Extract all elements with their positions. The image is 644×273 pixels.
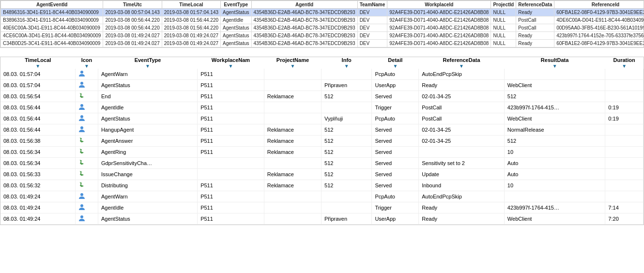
raw-col-header-eventtype: EventType [221, 1, 251, 9]
filter-cell-workplacename[interactable]: ▼ [198, 63, 264, 69]
filter-cell-icon[interactable]: ▼ [76, 63, 98, 69]
filter-icon-workplacename[interactable]: ▼ [229, 63, 233, 69]
filter-icon-eventtype[interactable]: ▼ [145, 63, 150, 69]
raw-cell-r2-c6: 92A4FE39-D071-4040-A8DC-E21426AD8B08 [387, 24, 491, 32]
cell-resultdata-r8: Auto [504, 158, 605, 169]
cell-eventtype-r9: IssueChange [98, 169, 197, 180]
main-col-header-detail: Detail [372, 57, 419, 63]
cell-duration-r7 [605, 147, 644, 158]
filter-cell-timelocal[interactable]: ▼ [0, 63, 76, 69]
cell-icon-r13 [76, 213, 98, 225]
cell-duration-r3: 0:19 [605, 102, 644, 113]
raw-cell-r4-c1: 2019-03-08 01:49:24.027 [103, 40, 162, 47]
phone-icon [78, 94, 85, 100]
cell-duration-r10 [605, 180, 644, 191]
cell-detail-r13: UserApp [372, 213, 419, 225]
cell-icon-r1 [76, 80, 98, 91]
cell-duration-r11 [605, 191, 644, 202]
cell-projectname-r11 [264, 191, 321, 202]
cell-eventtype-r6: AgentAnswer [98, 136, 197, 147]
filter-icon-duration[interactable]: ▼ [622, 63, 627, 69]
phone-icon [78, 150, 85, 156]
raw-col-header-timeutc: TimeUtc [103, 1, 162, 9]
filter-cell-eventtype[interactable]: ▼ [98, 63, 197, 69]
filter-icon-info[interactable]: ▼ [344, 63, 349, 69]
cell-workplacename-r0: P511 [198, 69, 264, 80]
raw-cell-r2-c1: 2019-03-08 00:56:44.220 [103, 24, 162, 32]
svg-point-2 [80, 104, 83, 107]
cell-eventtype-r12: AgentIdle [98, 202, 197, 213]
cell-referencedata-r0: AutoEndPcpSkip [419, 69, 505, 80]
raw-cell-r0-c7: NULL [491, 9, 516, 16]
cell-timelocal-r0: 08.03. 01:57:04 [0, 69, 76, 80]
filter-cell-referencedata[interactable]: ▼ [419, 63, 505, 69]
raw-cell-r4-c5: DEV [357, 40, 387, 47]
cell-timelocal-r3: 08.03. 01:56:44 [0, 102, 76, 113]
cell-projectname-r1 [264, 80, 321, 91]
filter-icon-timelocal[interactable]: ▼ [35, 63, 40, 69]
cell-detail-r10: Served [372, 180, 419, 191]
filter-icon-projectname[interactable]: ▼ [290, 63, 295, 69]
filter-icon-resultdata[interactable]: ▼ [552, 63, 557, 69]
cell-referencedata-r10: Inbound [419, 180, 505, 191]
cell-icon-r3 [76, 102, 98, 113]
cell-resultdata-r7: 10 [504, 147, 605, 158]
raw-cell-r1-c0: B3896316-3D41-E911-8C44-40B034090009 [1, 16, 103, 24]
cell-duration-r6 [605, 136, 644, 147]
filter-icon-detail[interactable]: ▼ [393, 63, 398, 69]
raw-col-header-agentid: AgentId [251, 1, 357, 9]
cell-duration-r12: 7:14 [605, 202, 644, 213]
table-row: 08.03. 01:56:33 IssueChangeReklamace512S… [0, 169, 644, 180]
cell-projectname-r5: Reklamace [264, 124, 321, 136]
main-table: TimeLocalIconEventTypeWorkplaceNamProjec… [0, 57, 644, 225]
cell-info-r5: 512 [322, 124, 372, 136]
cell-resultdata-r1: WebClient [504, 80, 605, 91]
cell-info-r4: Vyplňuji [322, 113, 372, 124]
raw-cell-r2-c0: 40E6C00A-3D41-E911-8C44-40B034090009 [1, 24, 103, 32]
cell-referencedata-r7 [419, 147, 505, 158]
main-col-header-timelocal: TimeLocal [0, 57, 76, 63]
raw-cell-r0-c6: 92A4FE39-D071-4040-A8DC-E21426AD8B08 [387, 9, 491, 16]
cell-workplacename-r6: P511 [198, 136, 264, 147]
cell-referencedata-r11: AutoEndPcpSkip [419, 191, 505, 202]
cell-resultdata-r9: Auto [504, 169, 605, 180]
main-table-body: 08.03. 01:57:04 AgentWarnP511PcpAutoAuto… [0, 69, 644, 225]
filter-icon-icon[interactable]: ▼ [84, 63, 89, 69]
raw-cell-r3-c2: 2019-03-08 01:49:24.027 [162, 32, 220, 40]
cell-timelocal-r8: 08.03. 01:56:34 [0, 158, 76, 169]
cell-referencedata-r2: 02-01-34-25 [419, 91, 505, 102]
filter-cell-info[interactable]: ▼ [322, 63, 372, 69]
filter-icon-referencedata[interactable]: ▼ [459, 63, 464, 69]
raw-cell-r3-c8: Ready [516, 32, 554, 40]
cell-resultdata-r11 [504, 191, 605, 202]
main-header-row: TimeLocalIconEventTypeWorkplaceNamProjec… [0, 57, 644, 63]
main-col-header-info: Info [322, 57, 372, 63]
raw-cell-r0-c4: 4354B36D-E2AB-46AD-BC78-347EDCD9B293 [251, 9, 357, 16]
raw-cell-r3-c7: NULL [491, 32, 516, 40]
cell-workplacename-r13: P511 [198, 213, 264, 225]
filter-cell-resultdata[interactable]: ▼ [504, 63, 605, 69]
main-col-header-workplacename: WorkplaceNam [198, 57, 264, 63]
raw-cell-r4-c3: AgentStatus [221, 40, 251, 47]
raw-table-row: B3896316-3D41-E911-8C44-40B0340900092019… [1, 16, 644, 24]
raw-cell-r1-c3: AgentIdle [221, 16, 251, 24]
cell-duration-r9 [605, 169, 644, 180]
cell-timelocal-r10: 08.03. 01:56:32 [0, 180, 76, 191]
raw-cell-r3-c3: AgentStatus [221, 32, 251, 40]
raw-col-header-teamname: TeamName [357, 1, 387, 9]
agent-icon [78, 206, 85, 212]
cell-timelocal-r5: 08.03. 01:56:44 [0, 124, 76, 136]
filter-cell-projectname[interactable]: ▼ [264, 63, 321, 69]
cell-icon-r11 [76, 191, 98, 202]
cell-icon-r7 [76, 147, 98, 158]
filter-cell-detail[interactable]: ▼ [372, 63, 419, 69]
raw-cell-r1-c5: DEV [357, 16, 387, 24]
cell-icon-r2 [76, 91, 98, 102]
raw-table-row: C34B0D25-3C41-E911-8C44-40B0340900092019… [1, 40, 644, 47]
raw-cell-r4-c7: NULL [491, 40, 516, 47]
raw-cell-r4-c9: 60FBA1E2-08F0-4129-97B3-3041E9EE27B8 [554, 40, 644, 47]
filter-cell-duration[interactable]: ▼ [605, 63, 644, 69]
cell-eventtype-r0: AgentWarn [98, 69, 197, 80]
main-col-header-resultdata: ResultData [504, 57, 605, 63]
svg-point-5 [80, 193, 83, 196]
